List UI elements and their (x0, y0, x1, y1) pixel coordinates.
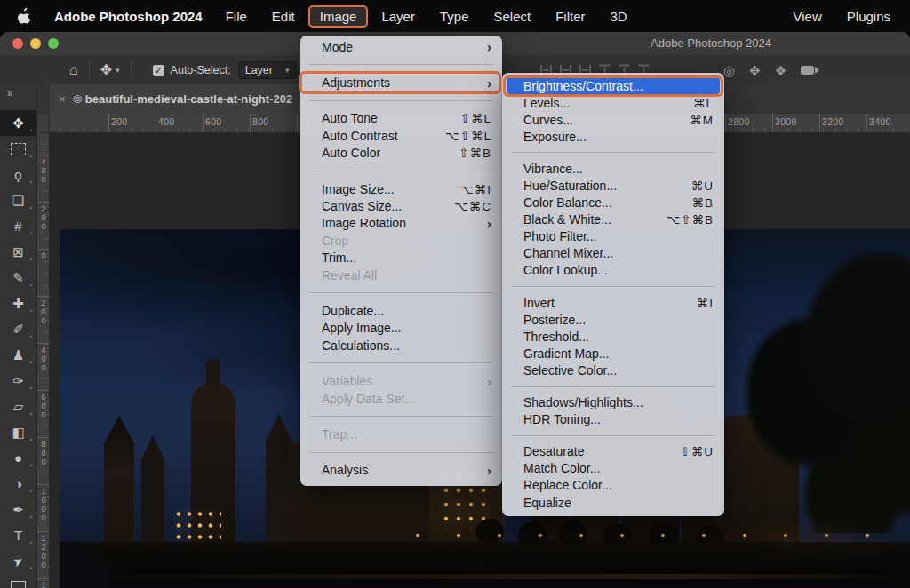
menu-item-mode[interactable]: Mode› (300, 38, 502, 55)
collapse-panel-button[interactable]: » (0, 84, 36, 102)
submenu-arrow-icon: › (487, 375, 491, 388)
ruler-tick (37, 390, 49, 391)
menu-item-shortcut: ⇧⌘L (460, 111, 491, 125)
menubar-item-3d[interactable]: 3D (599, 5, 639, 28)
menu-item-auto-contrast[interactable]: Auto Contrast⌥⇧⌘L (300, 127, 502, 144)
menu-item-hdr-toning[interactable]: HDR Toning... (502, 411, 724, 428)
menu-item-shadows-highlights[interactable]: Shadows/Highlights... (502, 394, 724, 411)
distribute-spacing-icon[interactable]: ❖ (775, 64, 786, 77)
menu-item-channel-mixer[interactable]: Channel Mixer... (502, 245, 724, 262)
clone-stamp-tool[interactable]: ♟ (0, 342, 36, 368)
menu-item-auto-color[interactable]: Auto Color⇧⌘B (300, 145, 502, 162)
menu-separator (511, 152, 715, 153)
menu-item-posterize[interactable]: Posterize... (502, 311, 724, 328)
menu-item-image-rotation[interactable]: Image Rotation› (300, 215, 502, 232)
menu-item-label: Brightness/Contrast... (523, 79, 714, 93)
menu-item-shortcut: ⌥⌘C (454, 199, 491, 213)
frame-tool[interactable]: ⊠ (0, 239, 36, 265)
menu-item-gradient-map[interactable]: Gradient Map... (502, 345, 724, 362)
menu-item-hue-saturation[interactable]: Hue/Saturation...⌘U (502, 177, 724, 194)
menu-item-adjustments[interactable]: Adjustments› (300, 74, 502, 91)
marquee-tool[interactable] (0, 136, 36, 162)
menu-item-desaturate[interactable]: Desaturate⇧⌘U (502, 443, 724, 460)
menu-item-apply-image[interactable]: Apply Image... (300, 320, 502, 337)
menubar-item-image[interactable]: Image (308, 5, 369, 28)
camera-3d-icon[interactable] (801, 66, 814, 75)
ruler-label: 2800 (728, 116, 750, 127)
menu-item-black-white[interactable]: Black & White...⌥⇧⌘B (502, 211, 724, 228)
menu-item-brightness-contrast[interactable]: Brightness/Contrast... (507, 77, 720, 94)
healing-brush-tool[interactable]: ✚ (0, 290, 36, 316)
home-icon[interactable]: ⌂ (69, 63, 78, 77)
menu-item-invert[interactable]: Invert⌘I (502, 294, 724, 311)
vertical-ruler[interactable]: 4002000200400600800100012001400 (37, 133, 50, 588)
menubar-app-name[interactable]: Adobe Photoshop 2024 (54, 9, 203, 24)
brush-tool[interactable]: ✐ (0, 316, 36, 342)
menu-item-duplicate[interactable]: Duplicate... (300, 302, 502, 319)
dodge-tool[interactable]: ◑ (0, 471, 36, 497)
menubar-item-plugins[interactable]: Plugins (835, 5, 902, 28)
menu-item-auto-tone[interactable]: Auto Tone⇧⌘L (300, 110, 502, 127)
minimize-window-button[interactable] (30, 38, 41, 49)
auto-select-target-dropdown[interactable]: Layer ▾ (238, 61, 297, 79)
menubar-item-select[interactable]: Select (482, 5, 542, 28)
menu-item-threshold[interactable]: Threshold... (502, 328, 724, 345)
ruler-label: 400 (158, 116, 174, 127)
document-tab[interactable]: × © beautiful-medieval-castle-at-night-2… (50, 84, 316, 114)
submenu-arrow-icon: › (487, 464, 491, 477)
menu-item-match-color[interactable]: Match Color... (502, 460, 724, 477)
blur-tool[interactable]: ● (0, 445, 36, 471)
menu-item-replace-color[interactable]: Replace Color... (502, 477, 724, 494)
menu-item-label: Auto Color (322, 146, 450, 160)
menu-item-curves[interactable]: Curves...⌘M (502, 111, 724, 128)
gradient-tool[interactable]: ◧ (0, 419, 36, 445)
menu-item-label: Vibrance... (523, 162, 714, 176)
options-right-icons: ◎ ✥ ❖ (723, 56, 814, 84)
menu-item-image-size[interactable]: Image Size...⌥⌘I (300, 180, 502, 197)
crop-tool[interactable]: # (0, 213, 36, 239)
menubar-item-filter[interactable]: Filter (544, 5, 596, 28)
menubar-item-view[interactable]: View (782, 5, 834, 28)
close-tab-icon[interactable]: × (59, 92, 66, 106)
menu-item-analysis[interactable]: Analysis› (300, 462, 502, 479)
auto-select-checkbox[interactable]: ✓ (153, 65, 164, 76)
menu-item-canvas-size[interactable]: Canvas Size...⌥⌘C (300, 197, 502, 214)
rectangle-tool-icon (11, 581, 26, 588)
menu-item-photo-filter[interactable]: Photo Filter... (502, 228, 724, 245)
menubar-item-layer[interactable]: Layer (370, 5, 427, 28)
ruler-tick (866, 114, 867, 132)
menubar-right-items: ViewPlugins (781, 5, 903, 28)
menubar-item-edit[interactable]: Edit (260, 5, 307, 28)
menubar-item-type[interactable]: Type (428, 5, 481, 28)
zoom-window-button[interactable] (48, 38, 59, 49)
pen-tool[interactable]: ✒ (0, 497, 36, 522)
menu-item-color-balance[interactable]: Color Balance...⌘B (502, 195, 724, 211)
menu-item-label: Equalize (523, 496, 714, 510)
menu-item-trap: Trap... (300, 425, 502, 442)
distribute-center-icon[interactable]: ✥ (749, 64, 761, 77)
eraser-tool[interactable]: ▱ (0, 393, 36, 419)
menu-item-selective-color[interactable]: Selective Color... (502, 362, 724, 378)
path-selection-tool[interactable]: ➤ (0, 548, 36, 574)
menu-item-vibrance[interactable]: Vibrance... (502, 160, 724, 177)
close-window-button[interactable] (12, 38, 23, 49)
apple-menu[interactable] (17, 7, 32, 25)
menubar-item-file[interactable]: File (214, 5, 259, 28)
menu-item-exposure[interactable]: Exposure... (502, 128, 724, 145)
history-brush-tool[interactable]: ✑ (0, 368, 36, 393)
menu-item-color-lookup[interactable]: Color Lookup... (502, 262, 724, 279)
lasso-tool[interactable]: ϙ (0, 162, 36, 187)
ruler-label: 600 (39, 393, 48, 419)
move-tool[interactable]: ✥ (0, 110, 36, 136)
type-tool[interactable]: T (0, 522, 36, 548)
move-tool-options[interactable]: ✥ ▾ (100, 63, 120, 77)
menu-item-trim[interactable]: Trim... (300, 250, 502, 266)
eyedropper-tool[interactable]: ✎ (0, 265, 36, 290)
object-selection-tool[interactable]: ❏ (0, 187, 36, 213)
rectangle-tool[interactable] (0, 574, 36, 588)
menu-item-calculations[interactable]: Calculations... (300, 337, 502, 354)
menu-item-levels[interactable]: Levels...⌘L (502, 94, 724, 111)
ruler-tick (156, 114, 156, 132)
menu-item-equalize[interactable]: Equalize (502, 494, 724, 511)
target-align-icon[interactable]: ◎ (723, 64, 735, 77)
